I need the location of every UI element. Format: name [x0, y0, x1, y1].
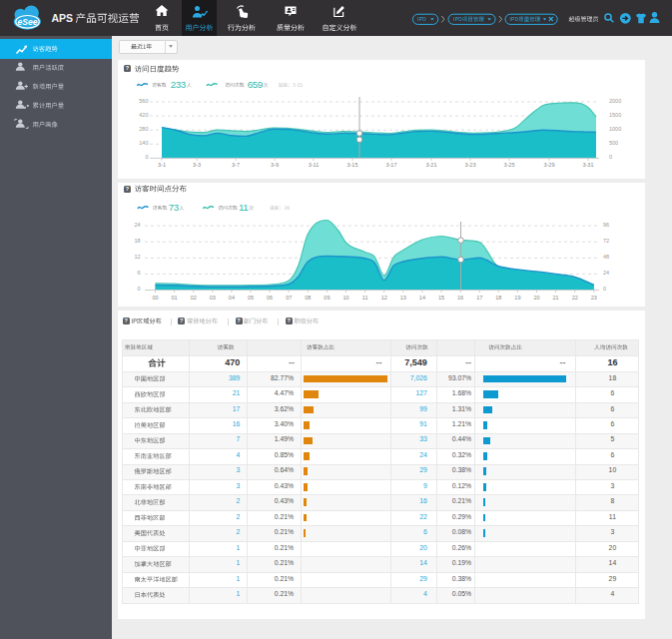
svg-text:eSee: eSee: [18, 17, 38, 27]
